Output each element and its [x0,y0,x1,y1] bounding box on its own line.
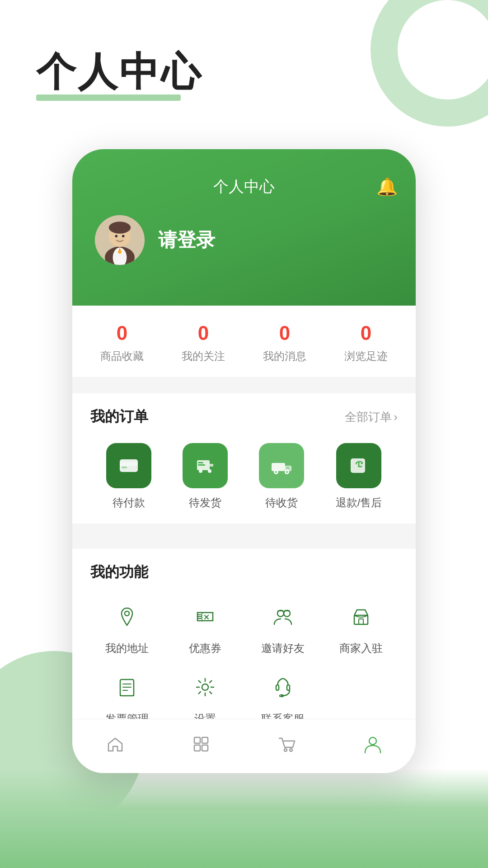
stat-item-follows[interactable]: 0 我的关注 [182,322,225,363]
svg-rect-42 [194,737,200,743]
stat-number-history: 0 [361,322,371,344]
divider-2 [72,533,416,540]
chevron-right-icon: › [394,410,398,424]
svg-rect-14 [210,464,213,467]
bg-decoration-blob-bottom [0,769,488,868]
cart-nav-icon [277,734,296,759]
function-item-settings[interactable]: 设置 [169,669,242,726]
stat-label-favorites: 商品收藏 [100,349,144,363]
merchant-icon [343,599,379,635]
stat-label-messages: 我的消息 [263,349,306,363]
function-item-coupon[interactable]: 优惠券 [169,599,242,656]
login-prompt: 请登录 [158,227,215,253]
order-label-pending-ship: 待发货 [189,495,221,510]
svg-point-48 [369,737,376,745]
coupon-icon [187,599,223,635]
svg-rect-9 [120,462,138,466]
svg-point-23 [286,471,288,473]
invite-icon [265,599,301,635]
bg-decoration-circle-top [371,0,488,127]
function-item-invoice[interactable]: 发票管理 [90,669,164,726]
functions-title: 我的功能 [90,562,148,582]
bottom-nav-cart[interactable] [244,734,330,759]
home-nav-icon [106,734,125,759]
svg-rect-13 [198,464,205,466]
svg-rect-24 [351,458,365,473]
avatar[interactable] [95,215,145,265]
svg-rect-40 [287,685,290,690]
order-item-refund[interactable]: 退款/售后 [336,443,382,510]
bottom-navigation [72,719,416,773]
refund-icon-wrap [336,443,381,488]
order-label-refund: 退款/售后 [336,495,382,510]
svg-point-22 [275,471,277,473]
stat-number-follows: 0 [198,322,209,344]
svg-rect-12 [198,462,203,463]
svg-point-5 [109,222,131,233]
bell-icon[interactable]: 🔔 [376,177,398,197]
service-icon [265,669,301,705]
orders-more-label: 全部订单 [345,409,392,425]
svg-point-47 [290,749,292,751]
order-item-pending-receive[interactable]: 待收货 [259,443,304,510]
orders-section: 我的订单 全部订单 › 待付款 [72,393,416,524]
svg-point-46 [284,749,287,751]
svg-rect-45 [202,745,208,751]
svg-rect-19 [286,467,290,469]
orders-title: 我的订单 [90,407,148,427]
order-icons-row: 待付款 待发货 [90,443,398,510]
page-title-section: 个人中心 [36,45,202,101]
svg-point-16 [208,469,211,473]
divider-1 [72,377,416,384]
svg-rect-44 [194,745,200,751]
stat-number-messages: 0 [279,322,290,344]
svg-rect-10 [122,467,127,468]
function-label-merchant: 商家入驻 [339,641,383,656]
stat-item-favorites[interactable]: 0 商品收藏 [100,322,144,363]
pending-ship-icon-wrap [183,443,228,488]
function-item-service[interactable]: 联系客服 [246,669,320,726]
status-bar [72,149,416,172]
bottom-nav-profile[interactable] [330,734,416,759]
nav-bar: 个人中心 🔔 [72,172,416,206]
pending-receive-icon-wrap [259,443,304,488]
svg-point-15 [199,469,202,473]
function-label-coupon: 优惠券 [189,641,221,656]
order-item-pending-ship[interactable]: 待发货 [183,443,228,510]
invoice-icon [109,669,145,705]
bottom-nav-home[interactable] [72,734,158,759]
phone-content: 0 商品收藏 0 我的关注 0 我的消息 0 浏览足迹 我的订单 全部订单 [72,306,416,740]
phone-mockup: 个人中心 🔔 [72,149,416,773]
stat-item-history[interactable]: 0 浏览足迹 [344,322,388,363]
bottom-nav-category[interactable] [158,734,244,759]
function-grid: 我的地址 优惠券 [90,599,398,726]
orders-header: 我的订单 全部订单 › [90,407,398,427]
stats-card: 0 商品收藏 0 我的关注 0 我的消息 0 浏览足迹 [72,306,416,377]
category-nav-icon [192,734,211,759]
address-icon [109,599,145,635]
svg-rect-17 [272,463,285,471]
page-title: 个人中心 [36,45,202,99]
stat-label-history: 浏览足迹 [344,349,388,363]
function-label-invite: 邀请好友 [261,641,305,656]
stat-label-follows: 我的关注 [182,349,225,363]
user-info-row[interactable]: 请登录 [72,206,416,283]
svg-rect-43 [202,737,208,743]
pending-payment-icon-wrap [106,443,151,488]
stat-item-messages[interactable]: 0 我的消息 [263,322,306,363]
svg-rect-33 [359,619,363,624]
function-item-address[interactable]: 我的地址 [90,599,164,656]
svg-point-25 [125,611,129,616]
settings-icon [187,669,223,705]
functions-section: 我的功能 我的地址 [72,549,416,740]
function-label-address: 我的地址 [105,641,149,656]
function-item-merchant[interactable]: 商家入驻 [324,599,398,656]
svg-point-7 [122,235,125,237]
svg-point-38 [202,684,208,690]
function-item-invite[interactable]: 邀请好友 [246,599,320,656]
nav-bar-title: 个人中心 [213,176,275,197]
svg-rect-39 [276,685,279,690]
order-label-pending-payment: 待付款 [113,495,145,510]
orders-more-button[interactable]: 全部订单 › [345,409,398,425]
order-item-pending-payment[interactable]: 待付款 [106,443,151,510]
